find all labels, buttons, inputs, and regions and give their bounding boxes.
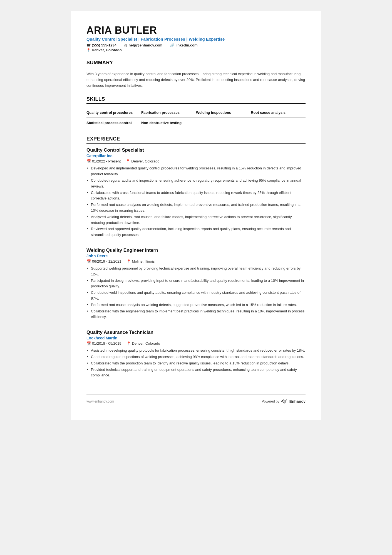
- email-contact: @ help@enhancv.com: [124, 43, 162, 47]
- bullet-3-4: Provided technical support and training …: [86, 367, 306, 379]
- company-name-1: Caterpillar Inc.: [86, 154, 306, 158]
- location-icon-2: 📍: [126, 259, 131, 263]
- skill-6: Non-destructive testing: [141, 118, 196, 128]
- calendar-icon-2: 📅: [86, 259, 91, 263]
- bullet-3-1: Assisted in developing quality protocols…: [86, 348, 306, 354]
- bullet-1-5: Analyzed welding defects, root causes, a…: [86, 214, 306, 226]
- linkedin-contact: 🔗 linkedin.com: [170, 43, 197, 47]
- location-row: 📍 Denver, Colorado: [86, 48, 306, 52]
- job-location-2: 📍 Moline, Illinois: [126, 259, 155, 263]
- phone-contact: ☎ (555) 555-1234: [86, 43, 116, 47]
- enhancv-logo-icon: [281, 399, 288, 404]
- calendar-icon-3: 📅: [86, 341, 91, 346]
- contact-row: ☎ (555) 555-1234 @ help@enhancv.com 🔗 li…: [86, 43, 306, 47]
- company-name-2: John Deere: [86, 254, 306, 258]
- header: ARIA BUTLER Quality Control Specialist |…: [86, 24, 306, 52]
- skill-1: Quality control procedures: [86, 108, 141, 118]
- skill-3: Welding inspections: [196, 108, 251, 118]
- job-title-2: Welding Quality Engineer Intern: [86, 248, 306, 253]
- job-dates-3: 📅 01/2018 - 05/2019: [86, 341, 121, 346]
- location-icon-3: 📍: [126, 341, 131, 346]
- bullet-2-2: Participated in design reviews, providin…: [86, 278, 306, 290]
- bullet-2-5: Collaborated with the engineering team t…: [86, 309, 306, 320]
- linkedin-url: linkedin.com: [175, 43, 197, 47]
- email-icon: @: [124, 43, 128, 47]
- skill-empty-2: [251, 118, 306, 128]
- skills-grid-row2: Statistical process control Non-destruct…: [86, 118, 306, 128]
- summary-section: SUMMARY With 3 years of experience in qu…: [86, 60, 306, 88]
- skills-section: SKILLS Quality control procedures Fabric…: [86, 96, 306, 128]
- job-location-3: 📍 Denver, Colorado: [126, 341, 160, 346]
- footer-website: www.enhancv.com: [86, 399, 114, 403]
- job-dates-1: 📅 01/2022 - Present: [86, 159, 121, 163]
- linkedin-icon: 🔗: [170, 43, 174, 47]
- bullet-2-1: Supported welding personnel by providing…: [86, 266, 306, 277]
- bullet-1-1: Developed and implemented quality contro…: [86, 166, 306, 177]
- job-location-1: 📍 Denver, Colorado: [126, 159, 159, 163]
- bullet-1-4: Performed root cause analyses on welding…: [86, 202, 306, 214]
- summary-title: SUMMARY: [86, 60, 306, 67]
- job-title-1: Quality Control Specialist: [86, 147, 306, 153]
- job-title-3: Quality Assurance Technician: [86, 330, 306, 335]
- resume-page: ARIA BUTLER Quality Control Specialist |…: [71, 11, 321, 420]
- location-text: Denver, Colorado: [92, 48, 122, 52]
- job-block-1: Quality Control Specialist Caterpillar I…: [86, 147, 306, 243]
- location-contact: 📍 Denver, Colorado: [86, 48, 122, 52]
- skill-empty-1: [196, 118, 251, 128]
- summary-text: With 3 years of experience in quality co…: [86, 71, 306, 88]
- bullet-3-2: Conducted regular inspections of welding…: [86, 354, 306, 360]
- experience-title: EXPERIENCE: [86, 136, 306, 144]
- powered-by-text: Powered by: [262, 399, 279, 403]
- job-block-2: Welding Quality Engineer Intern John Dee…: [86, 248, 306, 325]
- company-name-3: Lockheed Martin: [86, 336, 306, 340]
- location-icon: 📍: [86, 48, 91, 52]
- candidate-name: ARIA BUTLER: [86, 24, 306, 36]
- footer: www.enhancv.com Powered by Enhancv: [86, 394, 306, 404]
- job-meta-2: 📅 06/2019 - 12/2021 📍 Moline, Illinois: [86, 259, 306, 263]
- calendar-icon-1: 📅: [86, 159, 91, 163]
- skill-4: Root cause analysis: [251, 108, 306, 118]
- bullet-1-2: Conducted regular audits and inspections…: [86, 178, 306, 189]
- skills-grid-row1: Quality control procedures Fabrication p…: [86, 108, 306, 118]
- candidate-title: Quality Control Specialist | Fabrication…: [86, 37, 306, 41]
- bullet-3-3: Collaborated with the production team to…: [86, 361, 306, 366]
- job-meta-3: 📅 01/2018 - 05/2019 📍 Denver, Colorado: [86, 341, 306, 346]
- skills-title: SKILLS: [86, 96, 306, 104]
- bullet-2-3: Conducted weld inspections and quality a…: [86, 290, 306, 302]
- enhancv-brand: Enhancv: [289, 399, 306, 404]
- job-meta-1: 📅 01/2022 - Present 📍 Denver, Colorado: [86, 159, 306, 163]
- phone-number: (555) 555-1234: [92, 43, 116, 47]
- skill-2: Fabrication processes: [141, 108, 196, 118]
- bullet-1-3: Collaborated with cross-functional teams…: [86, 190, 306, 202]
- job-bullets-1: Developed and implemented quality contro…: [86, 166, 306, 238]
- job-block-3: Quality Assurance Technician Lockheed Ma…: [86, 330, 306, 383]
- bullet-2-4: Performed root cause analysis on welding…: [86, 302, 306, 308]
- job-bullets-2: Supported welding personnel by providing…: [86, 266, 306, 320]
- location-icon-1: 📍: [126, 159, 130, 163]
- skill-5: Statistical process control: [86, 118, 141, 128]
- job-dates-2: 📅 06/2019 - 12/2021: [86, 259, 121, 263]
- experience-section: EXPERIENCE Quality Control Specialist Ca…: [86, 136, 306, 383]
- bullet-1-6: Reviewed and approved quality documentat…: [86, 226, 306, 238]
- footer-logo: Powered by Enhancv: [262, 399, 306, 404]
- job-bullets-3: Assisted in developing quality protocols…: [86, 348, 306, 378]
- phone-icon: ☎: [86, 43, 91, 47]
- email-address: help@enhancv.com: [129, 43, 163, 47]
